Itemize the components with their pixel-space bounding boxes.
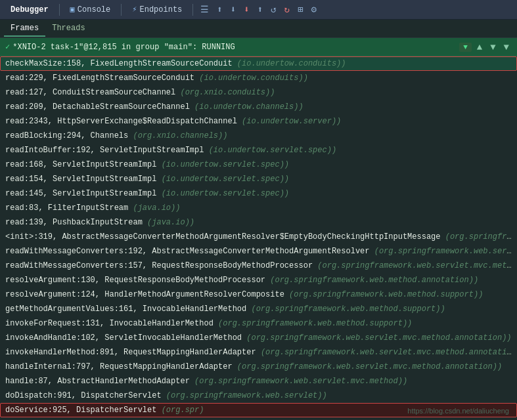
tab-threads[interactable]: Threads xyxy=(45,21,91,37)
frame-package: (org.spr) xyxy=(162,406,204,415)
step-over-icon[interactable]: ⬆ xyxy=(215,3,224,16)
frame-item[interactable]: handleInternal:797, RequestMappingHandle… xyxy=(0,360,517,374)
tab-frames[interactable]: Frames xyxy=(4,21,45,37)
frame-item[interactable]: processRequest:974, FrameworkServlet (or… xyxy=(0,417,517,420)
frame-method: read:139, PushbackInputStream xyxy=(5,218,147,227)
frame-item[interactable]: checkMaxSize:158, FixedLengthStreamSourc… xyxy=(0,56,517,71)
frame-grid-icon[interactable]: ⊞ xyxy=(296,3,305,16)
frame-package: (io.undertow.servlet.spec)) xyxy=(162,175,289,184)
frame-method: doDispatch:991, DispatcherServlet xyxy=(5,391,166,400)
frame-method: handleInternal:797, RequestMappingHandle… xyxy=(5,362,237,371)
step-into-icon[interactable]: ⬇ xyxy=(229,3,238,16)
frame-method: read:127, ConduitStreamSourceChannel xyxy=(5,88,180,97)
frame-item[interactable]: read:145, ServletInputStreamImpl (io.und… xyxy=(0,186,517,201)
frame-package: (java.io)) xyxy=(133,203,180,213)
thread-selector[interactable]: ✓ *XNIO-2 task-1"@12,815 in group "main"… xyxy=(0,38,517,56)
frame-method: handle:87, AbstractHandlerMethodAdapter xyxy=(5,377,194,386)
console-icon: ▣ xyxy=(70,5,75,14)
frame-item[interactable]: read:209, DetachableStreamSourceChannel … xyxy=(0,100,517,114)
frame-item[interactable]: readBlocking:294, Channels (org.xnio.cha… xyxy=(0,129,517,143)
menu-icon[interactable]: ☰ xyxy=(198,3,211,16)
frame-method: resolveArgument:124, HandlerMethodArgume… xyxy=(5,290,289,299)
frame-item[interactable]: read:168, ServletInputStreamImpl (io.und… xyxy=(0,158,517,172)
separator-1 xyxy=(59,4,60,16)
frame-package: (io.undertow.servlet.spec)) xyxy=(209,146,336,155)
frame-package: (java.io)) xyxy=(147,218,194,227)
frame-method: read:83, FilterInputStream xyxy=(5,203,133,213)
debugger-window: Debugger ▣ Console ⚡ Endpoints ☰ ⬆ ⬇ ⬇ ⬆… xyxy=(0,0,517,420)
frame-package: (org.springframework.web.servlet)) xyxy=(166,391,327,400)
frame-method: resolveArgument:130, RequestResponseBody… xyxy=(5,276,270,285)
frame-item[interactable]: handle:87, AbstractHandlerMethodAdapter … xyxy=(0,374,517,388)
step-out-icon[interactable]: ⬇ xyxy=(242,3,251,16)
thread-up-btn[interactable]: ▲ xyxy=(474,42,485,52)
frame-item[interactable]: getMethodArgumentValues:161, InvocableHa… xyxy=(0,302,517,316)
frame-package: (io.undertow.channels)) xyxy=(194,102,303,112)
frame-method: readBlocking:294, Channels xyxy=(5,131,133,140)
separator-2 xyxy=(121,4,122,16)
frame-package: (org.xnio.conduits)) xyxy=(180,88,275,97)
endpoints-icon: ⚡ xyxy=(132,5,137,14)
frame-method: invokeHandlerMethod:891, RequestMappingH… xyxy=(5,348,261,357)
thread-status-icon: ✓ xyxy=(5,42,10,52)
frame-package: (org.springframework.web.servlet.mvc.met… xyxy=(246,333,511,343)
frame-method: readWithMessageConverters:192, AbstractM… xyxy=(5,247,374,256)
frame-item[interactable]: read:154, ServletInputStreamImpl (io.und… xyxy=(0,172,517,186)
thread-down-btn[interactable]: ▼ xyxy=(487,42,498,52)
thread-controls: ▼ ▲ ▼ ▼ xyxy=(459,42,512,52)
frame-method: invokeAndHandle:102, ServletInvocableHan… xyxy=(5,333,246,343)
thread-name: *XNIO-2 task-1"@12,815 in group "main": … xyxy=(12,43,459,52)
watermark-text: https://blog.csdn.net/daliucheng xyxy=(407,407,509,415)
frame-package: (org.springframework.web.servlet.mvc.met… xyxy=(261,348,517,357)
frame-item[interactable]: invokeForRequest:131, InvocableHandlerMe… xyxy=(0,316,517,331)
frame-package: (org.springframework.web.servlet.mvc) xyxy=(374,247,517,256)
frame-package: (io.undertow.conduits)) xyxy=(237,59,346,68)
resume-icon[interactable]: ↺ xyxy=(269,3,278,16)
frame-package: (org.springframework) xyxy=(445,232,517,242)
frame-package: (org.springframework.web.method.support)… xyxy=(218,319,412,328)
frame-method: readIntoBuffer:192, ServletInputStreamIm… xyxy=(5,146,209,155)
frame-item[interactable]: read:139, PushbackInputStream (java.io)) xyxy=(0,215,517,230)
frame-method: read:145, ServletInputStreamImpl xyxy=(5,189,162,198)
frame-item[interactable]: read:83, FilterInputStream (java.io)) xyxy=(0,201,517,215)
stop-icon[interactable]: ↻ xyxy=(282,3,292,16)
frame-package: (org.springframework.web.servlet.mvc.met… xyxy=(194,377,407,386)
frame-item[interactable]: doDispatch:991, DispatcherServlet (org.s… xyxy=(0,388,517,403)
frame-package: (io.undertow.server)) xyxy=(242,117,341,126)
frame-item[interactable]: resolveArgument:124, HandlerMethodArgume… xyxy=(0,287,517,302)
frame-item[interactable]: invokeAndHandle:102, ServletInvocableHan… xyxy=(0,331,517,345)
frame-package: (org.springframework.web.servlet.mvc.met… xyxy=(317,261,517,270)
tab-debugger[interactable]: Debugger xyxy=(5,3,54,17)
frame-item[interactable]: read:229, FixedLengthStreamSourceConduit… xyxy=(0,71,517,85)
frame-item[interactable]: read:2343, HttpServerExchange$ReadDispat… xyxy=(0,114,517,129)
tab-endpoints[interactable]: ⚡ Endpoints xyxy=(127,2,187,17)
frame-method: doService:925, DispatcherServlet xyxy=(5,406,162,415)
frame-method: invokeForRequest:131, InvocableHandlerMe… xyxy=(5,319,218,328)
thread-filter-btn[interactable]: ▼ xyxy=(501,42,512,52)
frame-package: (io.undertow.servlet.spec)) xyxy=(162,189,289,198)
frame-package: (org.springframework.web.method.support)… xyxy=(251,304,445,314)
tab-console[interactable]: ▣ Console xyxy=(65,2,116,17)
main-toolbar: Debugger ▣ Console ⚡ Endpoints ☰ ⬆ ⬇ ⬇ ⬆… xyxy=(0,0,517,20)
frame-package: (io.undertow.conduits)) xyxy=(199,74,308,83)
frame-item[interactable]: invokeHandlerMethod:891, RequestMappingH… xyxy=(0,345,517,360)
thread-dropdown[interactable]: ▼ xyxy=(459,43,472,52)
frame-item[interactable]: readWithMessageConverters:157, RequestRe… xyxy=(0,259,517,273)
frame-method: read:168, ServletInputStreamImpl xyxy=(5,160,162,169)
frame-item[interactable]: readWithMessageConverters:192, AbstractM… xyxy=(0,244,517,259)
frame-method: checkMaxSize:158, FixedLengthStreamSourc… xyxy=(5,59,237,68)
frame-method: getMethodArgumentValues:161, InvocableHa… xyxy=(5,304,251,314)
frame-item[interactable]: read:127, ConduitStreamSourceChannel (or… xyxy=(0,85,517,100)
frame-method: read:2343, HttpServerExchange$ReadDispat… xyxy=(5,117,242,126)
frame-item[interactable]: readIntoBuffer:192, ServletInputStreamIm… xyxy=(0,143,517,158)
frame-method: read:154, ServletInputStreamImpl xyxy=(5,175,162,184)
frame-item[interactable]: resolveArgument:130, RequestResponseBody… xyxy=(0,273,517,287)
toolbar-actions: ☰ ⬆ ⬇ ⬇ ⬆ ↺ ↻ ⊞ ⚙ xyxy=(198,3,319,16)
run-to-cursor-icon[interactable]: ⬆ xyxy=(256,3,265,16)
frame-package: (io.undertow.servlet.spec)) xyxy=(162,160,289,169)
settings-icon[interactable]: ⚙ xyxy=(309,3,318,16)
frame-package: (org.springframework.web.method.annotati… xyxy=(270,276,478,285)
separator-3 xyxy=(192,4,193,16)
frame-method: readWithMessageConverters:157, RequestRe… xyxy=(5,261,317,270)
frame-item[interactable]: <init>:319, AbstractMessageConverterMeth… xyxy=(0,230,517,244)
